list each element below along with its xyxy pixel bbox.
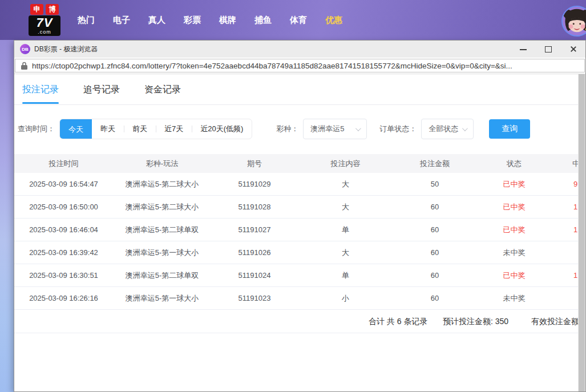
cell-status: 已中奖	[476, 225, 552, 235]
url-row: https://ctop02pchwp1.zfnc84.com/lottery/…	[14, 58, 585, 74]
window-title: DB彩票 - 极速浏览器	[34, 45, 98, 54]
time-option-day-before[interactable]: 前天	[124, 119, 156, 139]
user-avatar[interactable]	[561, 6, 586, 37]
cell-bet-time: 2025-03-09 16:46:04	[14, 225, 113, 234]
time-filter-label: 查询时间：	[18, 124, 55, 134]
col-bet-time: 投注时间	[14, 159, 113, 169]
cell-issue: 51191024	[211, 271, 298, 280]
nav-item-sports[interactable]: 体育	[289, 13, 308, 28]
close-button[interactable]	[569, 45, 577, 53]
cell-bet-time: 2025-03-09 16:54:47	[14, 180, 113, 188]
bet-records-table: 投注时间 彩种-玩法 期号 投注内容 投注金额 状态 中奖金额 2025-03-…	[14, 154, 585, 333]
scrollbar-thumb[interactable]	[579, 74, 585, 391]
order-status-value: 全部状态	[429, 124, 458, 134]
page-content: 投注记录 追号记录 资金记录 查询时间： 今天 昨天 前天 近7天 近20天(低…	[14, 74, 585, 333]
site-logo[interactable]: 申 博 7V .com	[29, 4, 60, 36]
cell-game-play: 澳洲幸运5-第一球大小	[113, 248, 211, 258]
maximize-button[interactable]	[544, 45, 552, 53]
cell-game-play: 澳洲幸运5-第二球单双	[113, 270, 211, 281]
cell-status: 未中奖	[476, 293, 552, 304]
tab-chase-records[interactable]: 追号记录	[83, 74, 120, 104]
status-filter-label: 订单状态：	[379, 124, 417, 134]
table-row[interactable]: 2025-03-09 16:39:42 澳洲幸运5-第一球大小 51191026…	[14, 241, 585, 264]
search-button[interactable]: 查询	[489, 119, 530, 139]
minimize-button[interactable]	[519, 45, 527, 53]
nav-item-chess[interactable]: 棋牌	[218, 13, 237, 28]
logo-badge-right: 博	[46, 4, 59, 15]
time-option-7days[interactable]: 近7天	[156, 119, 192, 139]
chevron-down-icon	[462, 126, 468, 131]
cell-status: 已中奖	[476, 179, 552, 189]
cell-game-play: 澳洲幸运5-第二球大小	[113, 179, 211, 189]
vertical-scrollbar[interactable]	[578, 74, 585, 391]
table-row[interactable]: 2025-03-09 16:46:04 澳洲幸运5-第二球单双 51191027…	[14, 219, 585, 241]
cell-game-play: 澳洲幸运5-第二球单双	[113, 225, 211, 235]
screen: 申 博 7V .com 热门 电子 真人 彩票 棋牌 捕鱼 体育 优惠	[0, 0, 586, 392]
window-controls	[519, 45, 585, 53]
cell-issue: 51191026	[211, 248, 298, 257]
nav-item-electronic[interactable]: 电子	[112, 13, 131, 28]
order-status-select[interactable]: 全部状态	[421, 119, 474, 139]
cell-bet-content: 单	[298, 225, 393, 235]
cell-bet-time: 2025-03-09 16:50:00	[14, 203, 113, 211]
browser-app-icon: DB	[20, 44, 30, 54]
nav-item-fishing[interactable]: 捕鱼	[253, 13, 273, 28]
lottery-select[interactable]: 澳洲幸运5	[303, 119, 367, 139]
nav-item-lottery[interactable]: 彩票	[183, 13, 202, 28]
time-range-group: 今天 昨天 前天 近7天 近20天(低频)	[59, 119, 252, 139]
nav-item-hot[interactable]: 热门	[76, 13, 96, 28]
filter-bar: 查询时间： 今天 昨天 前天 近7天 近20天(低频) 彩种： 澳洲幸运5	[14, 119, 585, 139]
lottery-filter-label: 彩种：	[276, 124, 298, 134]
main-nav: 热门 电子 真人 彩票 棋牌 捕鱼 体育 优惠	[76, 13, 343, 28]
cell-bet-amount: 60	[393, 203, 476, 211]
address-bar[interactable]: https://ctop02pchwp1.zfnc84.com/lottery/…	[15, 59, 585, 72]
cell-status: 已中奖	[476, 270, 552, 281]
avatar-image	[563, 7, 586, 35]
cell-bet-time: 2025-03-09 16:30:51	[14, 271, 113, 280]
cell-issue: 51191029	[211, 180, 298, 188]
table-row[interactable]: 2025-03-09 16:26:16 澳洲幸运5-第一球大小 51191023…	[14, 287, 585, 310]
window-titlebar[interactable]: DB DB彩票 - 极速浏览器	[14, 41, 585, 58]
cell-bet-content: 大	[298, 202, 393, 212]
nav-item-live[interactable]: 真人	[147, 13, 167, 28]
cell-issue: 51191027	[211, 225, 298, 234]
summary-record-count: 合计 共 6 条记录	[369, 310, 427, 333]
table-row[interactable]: 2025-03-09 16:54:47 澳洲幸运5-第二球大小 51191029…	[14, 173, 585, 196]
cell-bet-content: 小	[298, 293, 393, 304]
cell-bet-content: 单	[298, 270, 393, 281]
logo-badges: 申 博	[29, 4, 60, 15]
time-option-20days[interactable]: 近20天(低频)	[192, 119, 252, 139]
cell-game-play: 澳洲幸运5-第一球大小	[113, 293, 211, 304]
cell-bet-amount: 60	[393, 225, 476, 234]
col-issue: 期号	[211, 159, 298, 169]
time-option-yesterday[interactable]: 昨天	[92, 119, 124, 139]
table-row[interactable]: 2025-03-09 16:50:00 澳洲幸运5-第二球大小 51191028…	[14, 196, 585, 219]
cell-bet-time: 2025-03-09 16:39:42	[14, 248, 113, 257]
cell-status: 未中奖	[476, 248, 552, 258]
col-bet-content: 投注内容	[298, 159, 393, 169]
summary-valid-amount: 有效投注金额:	[531, 310, 581, 333]
table-header-row: 投注时间 彩种-玩法 期号 投注内容 投注金额 状态 中奖金额	[14, 154, 585, 173]
logo-body: 7V .com	[29, 15, 60, 36]
time-option-today[interactable]: 今天	[60, 119, 92, 139]
cell-bet-content: 大	[298, 248, 393, 258]
logo-suffix-text: .com	[29, 30, 60, 34]
cell-bet-amount: 60	[393, 271, 476, 280]
cell-bet-amount: 50	[393, 180, 476, 188]
table-summary-row: 合计 共 6 条记录 预计投注金额: 350 有效投注金额:	[14, 310, 585, 333]
table-row[interactable]: 2025-03-09 16:30:51 澳洲幸运5-第二球单双 51191024…	[14, 264, 585, 287]
col-status: 状态	[476, 159, 552, 169]
summary-expected-amount: 预计投注金额: 350	[443, 310, 508, 333]
tab-fund-records[interactable]: 资金记录	[144, 74, 181, 104]
lock-icon	[21, 62, 27, 70]
site-header: 申 博 7V .com 热门 电子 真人 彩票 棋牌 捕鱼 体育 优惠	[0, 0, 586, 40]
cell-bet-amount: 60	[393, 294, 476, 302]
record-tabs: 投注记录 追号记录 资金记录	[14, 74, 585, 105]
lottery-select-value: 澳洲幸运5	[310, 124, 344, 134]
cell-issue: 51191023	[211, 294, 298, 302]
nav-item-promo[interactable]: 优惠	[324, 13, 343, 28]
tab-bet-records[interactable]: 投注记录	[22, 74, 59, 104]
cell-bet-time: 2025-03-09 16:26:16	[14, 294, 113, 302]
cell-status: 已中奖	[476, 202, 552, 212]
url-text: https://ctop02pchwp1.zfnc84.com/lottery/…	[32, 62, 512, 70]
